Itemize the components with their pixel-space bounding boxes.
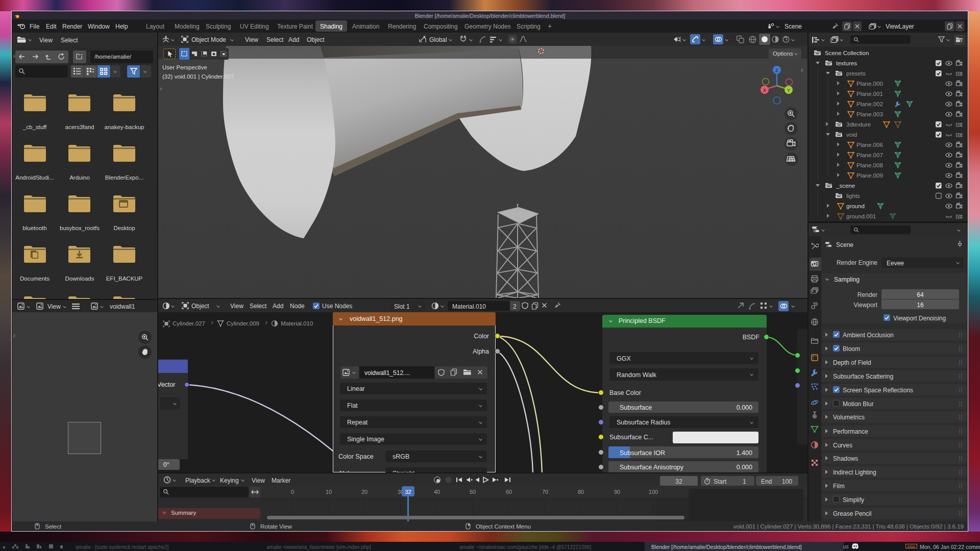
svg-text:Y: Y bbox=[787, 87, 791, 93]
svg-text:X: X bbox=[763, 87, 767, 93]
svg-text:Z: Z bbox=[775, 67, 778, 73]
